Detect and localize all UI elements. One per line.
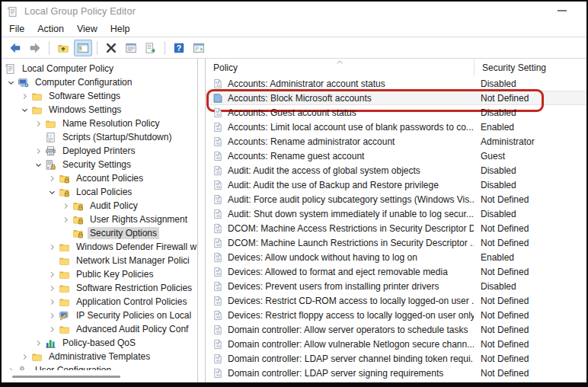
policy-row-domain-controller-ldap-server-signing-re[interactable]: 1001Domain controller: LDAP server signi…: [206, 366, 586, 380]
policy-row-audit-shut-down-system-immediately-if-un[interactable]: 1001Audit: Shut down system immediately …: [206, 206, 586, 221]
policy-row-devices-allowed-to-format-and-eject-remo[interactable]: 1001Devices: Allowed to format and eject…: [206, 264, 586, 279]
toolbar-show-action-pane-button[interactable]: [190, 40, 208, 56]
tree-item-local-computer-policy[interactable]: Local Computer Policy: [2, 62, 197, 75]
policy-row-accounts-limit-local-account-use-of-blan[interactable]: 1001Accounts: Limit local account use of…: [206, 120, 586, 134]
policy-name-cell: Accounts: Block Microsoft accounts: [206, 93, 474, 104]
toolbar-forward-button[interactable]: [26, 40, 44, 56]
policy-row-accounts-rename-administrator-account[interactable]: 1001Accounts: Rename administrator accou…: [206, 134, 586, 149]
tree-horizontal-scrollbar[interactable]: [2, 370, 197, 382]
security-setting-value: Enabled: [481, 252, 514, 263]
tree-item-windows-defender-firewall-w[interactable]: Windows Defender Firewall w: [2, 240, 197, 254]
toolbar-help-button[interactable]: ?: [170, 40, 188, 56]
chevron-right-icon[interactable]: [46, 296, 59, 307]
chevron-spacer: [32, 132, 45, 142]
column-header-security-setting[interactable]: Security Setting: [474, 59, 586, 76]
tree-item-audit-policy[interactable]: Audit Policy: [2, 199, 197, 213]
tree-item-user-rights-assignment[interactable]: User Rights Assignment: [2, 213, 197, 226]
tree-item-administrative-templates[interactable]: Administrative Templates: [2, 350, 197, 363]
back-arrow-icon: [9, 42, 21, 54]
tree-item-network-list-manager-polici[interactable]: Network List Manager Polici: [2, 254, 197, 267]
tree-item-windows-settings[interactable]: Windows Settings: [2, 103, 197, 117]
policy-row-audit-force-audit-policy-subcategory-set[interactable]: 1001Audit: Force audit policy subcategor…: [206, 192, 586, 206]
policy-row-dcom-machine-access-restrictions-in-secu[interactable]: 1001DCOM: Machine Access Restrictions in…: [206, 221, 586, 235]
chevron-right-icon[interactable]: [59, 200, 72, 211]
tree-item-public-key-policies[interactable]: Public Key Policies: [2, 267, 197, 281]
policy-row-devices-prevent-users-from-installing-pr[interactable]: 1001Devices: Prevent users from installi…: [206, 279, 586, 293]
scrollbar-thumb[interactable]: [12, 376, 120, 378]
policy-row-dcom-machine-launch-restrictions-in-secu[interactable]: 1001DCOM: Machine Launch Restrictions in…: [206, 235, 586, 250]
chevron-right-icon[interactable]: [18, 351, 31, 362]
policy-row-audit-audit-the-access-of-global-system-[interactable]: 1001Audit: Audit the access of global sy…: [206, 163, 586, 178]
minimize-button[interactable]: [558, 10, 567, 11]
tree-item-software-settings[interactable]: Software Settings: [2, 89, 197, 103]
tree-item-security-options[interactable]: Security Options: [2, 226, 197, 240]
security-setting-value: Disabled: [481, 107, 516, 118]
policy-row-accounts-block-microsoft-accounts[interactable]: Accounts: Block Microsoft accountsNot De…: [206, 91, 586, 105]
policy-row-accounts-rename-guest-account[interactable]: 1001Accounts: Rename guest accountGuest: [206, 149, 586, 163]
policy-row-devices-allow-undock-without-having-to-l[interactable]: 1001Devices: Allow undock without having…: [206, 250, 586, 264]
tree-item-ip-security-policies-on-local[interactable]: IP Security Policies on Local: [2, 309, 197, 322]
policy-row-domain-controller-allow-server-operators[interactable]: 1001Domain controller: Allow server oper…: [206, 322, 586, 337]
policy-name: Audit: Audit the use of Backup and Resto…: [228, 180, 439, 190]
menu-item-help[interactable]: Help: [106, 22, 139, 37]
tree-item-application-control-policies[interactable]: Application Control Policies: [2, 295, 197, 309]
chevron-right-icon[interactable]: [46, 310, 59, 321]
chevron-right-icon[interactable]: [46, 241, 59, 252]
toolbar-back-button[interactable]: [6, 40, 24, 56]
policy-row-audit-audit-the-use-of-backup-and-restor[interactable]: 1001Audit: Audit the use of Backup and R…: [206, 178, 586, 192]
chevron-right-icon[interactable]: [46, 269, 59, 280]
tree-item-policy-based-qos[interactable]: Policy-based QoS: [2, 336, 197, 350]
toolbar-export-list-button[interactable]: [142, 40, 160, 56]
tree-item-advanced-audit-policy-conf[interactable]: Advanced Audit Policy Conf: [2, 322, 197, 336]
toolbar-show-console-tree-button[interactable]: [74, 40, 92, 56]
policy-name: Devices: Restrict CD-ROM access to local…: [228, 296, 474, 306]
policy-row-accounts-guest-account-status[interactable]: 1001Accounts: Guest account statusDisabl…: [206, 105, 586, 120]
policy-name: Accounts: Administrator account status: [228, 78, 385, 89]
chevron-down-icon[interactable]: [32, 159, 45, 170]
tree-item-local-policies[interactable]: Local Policies: [2, 185, 197, 199]
security-setting-cell: Guest: [474, 151, 586, 162]
toolbar-delete-button[interactable]: [102, 40, 120, 56]
chevron-down-icon[interactable]: [46, 187, 59, 197]
policy-row-domain-controller-allow-vulnerable-netlo[interactable]: 1001Domain controller: Allow vulnerable …: [206, 337, 586, 351]
policy-doc-icon: 1001: [213, 252, 223, 263]
policy-row-accounts-administrator-account-status[interactable]: 1001Accounts: Administrator account stat…: [206, 76, 586, 91]
console-tree-icon: [77, 42, 89, 54]
tree-item-label: Security Settings: [60, 158, 133, 171]
chevron-right-icon[interactable]: [59, 214, 72, 225]
svg-text:01: 01: [216, 344, 220, 348]
chevron-right-icon[interactable]: [18, 91, 31, 101]
tree-item-software-restriction-policies[interactable]: Software Restriction Policies: [2, 281, 197, 295]
chevron-right-icon[interactable]: [32, 337, 45, 348]
tree-item-account-policies[interactable]: Account Policies: [2, 171, 197, 185]
menu-item-file[interactable]: File: [5, 22, 33, 37]
chevron-right-icon[interactable]: [46, 324, 59, 334]
tree-item-deployed-printers[interactable]: Deployed Printers: [2, 144, 197, 158]
tree-item-scripts-startup-shutdown[interactable]: Scripts (Startup/Shutdown): [2, 130, 197, 144]
menu-item-action[interactable]: Action: [33, 22, 72, 37]
chevron-right-icon[interactable]: [32, 146, 45, 156]
policy-doc-icon: 1001: [213, 310, 223, 321]
tree-item-security-settings[interactable]: Security Settings: [2, 158, 197, 171]
policy-list-pane: Policy Security Setting 1001Accounts: Ad…: [205, 59, 586, 382]
policy-row-devices-restrict-cd-rom-access-to-locall[interactable]: 1001Devices: Restrict CD-ROM access to l…: [206, 293, 586, 308]
policy-row-devices-restrict-floppy-access-to-locall[interactable]: 1001Devices: Restrict floppy access to l…: [206, 308, 586, 322]
chevron-right-icon[interactable]: [32, 118, 45, 129]
chevron-spacer: [59, 228, 72, 238]
chevron-down-icon[interactable]: [5, 77, 18, 88]
toolbar-up-one-level-button[interactable]: [54, 40, 72, 56]
tree-item-computer-configuration[interactable]: Computer Configuration: [2, 75, 197, 89]
chevron-right-icon[interactable]: [46, 173, 59, 184]
svg-text:01: 01: [216, 200, 220, 203]
folder-icon: [59, 255, 70, 267]
folder-lock-icon: [72, 214, 84, 225]
delete-x-icon: [105, 42, 117, 54]
tree-item-name-resolution-policy[interactable]: Name Resolution Policy: [2, 117, 197, 130]
chevron-down-icon[interactable]: [18, 104, 31, 115]
security-setting-value: Disabled: [481, 180, 516, 190]
toolbar-properties-button[interactable]: [122, 40, 140, 56]
chevron-right-icon[interactable]: [46, 283, 59, 293]
menu-item-view[interactable]: View: [72, 22, 106, 37]
policy-row-domain-controller-ldap-server-channel-bi[interactable]: 1001Domain controller: LDAP server chann…: [206, 351, 586, 366]
title-bar: Local Group Policy Editor: [2, 2, 586, 21]
